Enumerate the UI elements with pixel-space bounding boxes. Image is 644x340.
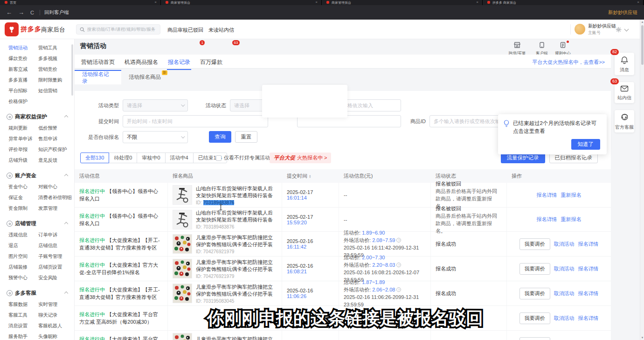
- account-info[interactable]: 新妙妙供应链 主账号: [588, 23, 616, 36]
- sidebar-item[interactable]: 评价举报: [8, 146, 37, 153]
- sidebar-item[interactable]: 店铺信息: [38, 243, 75, 249]
- activity-type-select[interactable]: 请选择: [123, 99, 188, 111]
- sidebar-item[interactable]: 实时管理: [38, 301, 75, 308]
- sidebar-item[interactable]: 低价预警: [38, 125, 75, 132]
- rail-站内信[interactable]: 63站内信: [615, 82, 634, 103]
- pinduoduo-logo-icon[interactable]: [5, 22, 19, 36]
- sidebar-item[interactable]: 价格保护: [8, 98, 37, 105]
- sidebar-item[interactable]: 客服工具: [8, 312, 37, 319]
- global-search-input[interactable]: 搜索功能/订单/课程/规则/帮助/服务: [76, 24, 160, 35]
- sidebar-item[interactable]: 对账中心: [38, 184, 75, 190]
- chip-审核中0[interactable]: 审核中0: [137, 153, 165, 163]
- sidebar-item[interactable]: 订单申诉: [38, 232, 75, 238]
- sidebar-item[interactable]: 店铺装修: [8, 264, 37, 271]
- review-rejected-link[interactable]: 商品审核已驳回: [167, 27, 203, 34]
- sidebar-item[interactable]: 服务助手: [8, 333, 37, 340]
- sidebar-item[interactable]: 图片空间: [8, 253, 37, 260]
- tab-百万爆款[interactable]: 百万爆款: [199, 55, 223, 69]
- got-it-button[interactable]: 知道了: [571, 139, 601, 150]
- back-to-client-link[interactable]: 回到客户端: [44, 9, 69, 16]
- sidebar-item[interactable]: 发票管理: [38, 205, 75, 212]
- browser-tab[interactable]: 商家管理后台×: [161, 0, 322, 5]
- tab-报名记录[interactable]: 报名记录: [167, 55, 191, 70]
- sidebar-group-header[interactable]: 多多客服: [0, 286, 74, 299]
- sort-icon[interactable]: ▲▼: [309, 174, 311, 178]
- op-link[interactable]: 重新报名: [561, 192, 582, 199]
- exclusive-filter[interactable]: 仅看不打烊专属活动: [216, 154, 270, 161]
- browser-tab[interactable]: 首页×: [0, 0, 161, 5]
- sidebar-item[interactable]: 子账号管理: [38, 253, 75, 260]
- sidebar-item[interactable]: 意见反馈: [38, 157, 75, 164]
- chip-待处理0[interactable]: 待处理0: [109, 153, 137, 163]
- op-link[interactable]: 报名详情: [537, 216, 557, 223]
- sidebar-group-header[interactable]: 店铺管理: [0, 216, 74, 230]
- rail-官方客服[interactable]: 官方客服: [615, 110, 634, 132]
- sidebar-item[interactable]: 店铺页设置: [38, 264, 75, 271]
- sidebar-item[interactable]: 售后申诉: [38, 136, 75, 142]
- browser-tab[interactable]: 拼多多 商家后台×: [483, 0, 644, 5]
- tab-机遇商品报名[interactable]: 机遇商品报名: [124, 55, 159, 69]
- sidebar-item[interactable]: 店铺升级: [8, 157, 37, 164]
- avatar[interactable]: [575, 24, 585, 35]
- op-link[interactable]: 取消活动: [554, 265, 575, 272]
- chip-全部130[interactable]: 全部130: [80, 153, 109, 163]
- page-scrollbar[interactable]: ▲ ▼: [640, 20, 644, 340]
- sidebar-item[interactable]: 营销工具: [38, 45, 75, 51]
- sidebar-item[interactable]: 预警中心: [8, 275, 37, 281]
- sidebar-item[interactable]: 聊天记录: [38, 312, 75, 319]
- sidebar-item[interactable]: 多多直播: [8, 77, 37, 83]
- sidebar-item[interactable]: 违规信息: [8, 232, 37, 238]
- search-button[interactable]: 查询: [209, 131, 231, 143]
- scroll-down-icon[interactable]: ▼: [640, 335, 644, 340]
- sidebar-item[interactable]: 资金限制: [8, 205, 37, 212]
- sidebar-group-header[interactable]: 账户资金: [0, 168, 74, 182]
- chevron-down-icon[interactable]: [624, 27, 629, 32]
- sidebar-item[interactable]: 异常单申诉: [8, 136, 37, 142]
- sidebar-item[interactable]: 多多视频: [38, 56, 75, 62]
- submit-time-range-input[interactable]: 开始时间 - 结束时间: [123, 115, 268, 127]
- op-link[interactable]: 报名详情: [578, 290, 599, 297]
- auto-signup-select[interactable]: 不限: [123, 131, 188, 143]
- adjust-price-button[interactable]: 我要调价: [519, 238, 550, 250]
- scrollbar-thumb[interactable]: [641, 25, 644, 65]
- adjust-price-button[interactable]: 我要调价: [519, 288, 550, 299]
- tab-close-icon[interactable]: ×: [476, 0, 478, 4]
- tab-营销活动首页[interactable]: 营销活动首页: [80, 55, 116, 69]
- sidebar-item[interactable]: 限时限量购: [38, 77, 75, 83]
- tab-close-icon[interactable]: ×: [315, 0, 318, 4]
- sidebar-item[interactable]: 营销竞价: [38, 66, 75, 73]
- sidebar-item[interactable]: 平台招标: [8, 88, 37, 94]
- sidebar-item[interactable]: 保证金: [8, 194, 37, 201]
- tab-close-icon[interactable]: ×: [154, 0, 157, 4]
- sidebar-item[interactable]: 知识产权保护: [38, 146, 75, 153]
- sidebar-item[interactable]: 消息设置: [8, 323, 37, 329]
- sidebar-item[interactable]: 新客立减: [8, 66, 37, 73]
- sidebar-item[interactable]: 客服机器人: [38, 323, 75, 329]
- subtab-活动报名记录[interactable]: 活动报名记录: [75, 70, 121, 84]
- sidebar-item[interactable]: 爆款竞价: [8, 56, 37, 62]
- op-link[interactable]: 取消活动: [554, 241, 575, 248]
- sidebar-item[interactable]: 客服数据: [8, 301, 37, 308]
- reload-icon[interactable]: C: [30, 10, 34, 15]
- sidebar-group-header[interactable]: 商家权益保护: [0, 110, 74, 123]
- rail-消息[interactable]: 82消息: [615, 53, 634, 75]
- browser-tab[interactable]: 商家管理后台×: [322, 0, 483, 5]
- op-link[interactable]: 报名详情: [537, 192, 557, 199]
- op-link[interactable]: 重新报名: [561, 216, 582, 223]
- scroll-up-icon[interactable]: ▲: [640, 20, 644, 24]
- forward-icon[interactable]: →: [18, 9, 24, 16]
- chip-活动中4[interactable]: 活动中4: [165, 153, 194, 163]
- op-link[interactable]: 取消活动: [554, 290, 575, 297]
- checkbox-icon[interactable]: [216, 155, 222, 161]
- sidebar-item[interactable]: 安全风险: [38, 275, 75, 281]
- subtab-活动报名商品[interactable]: 活动报名商品新: [121, 70, 168, 84]
- sidebar-item[interactable]: 营销活动: [8, 45, 37, 51]
- reset-button[interactable]: 重置: [235, 131, 257, 143]
- op-link[interactable]: 报名详情: [578, 265, 599, 272]
- sidebar-item[interactable]: 短信营销: [38, 88, 75, 94]
- adjust-price-button[interactable]: 我要调价: [519, 337, 550, 340]
- gear-icon[interactable]: [616, 26, 622, 35]
- sidebar-item[interactable]: 消费者补偿明细: [38, 194, 75, 201]
- back-icon[interactable]: ←: [6, 9, 12, 16]
- tab-close-icon[interactable]: ×: [637, 0, 639, 4]
